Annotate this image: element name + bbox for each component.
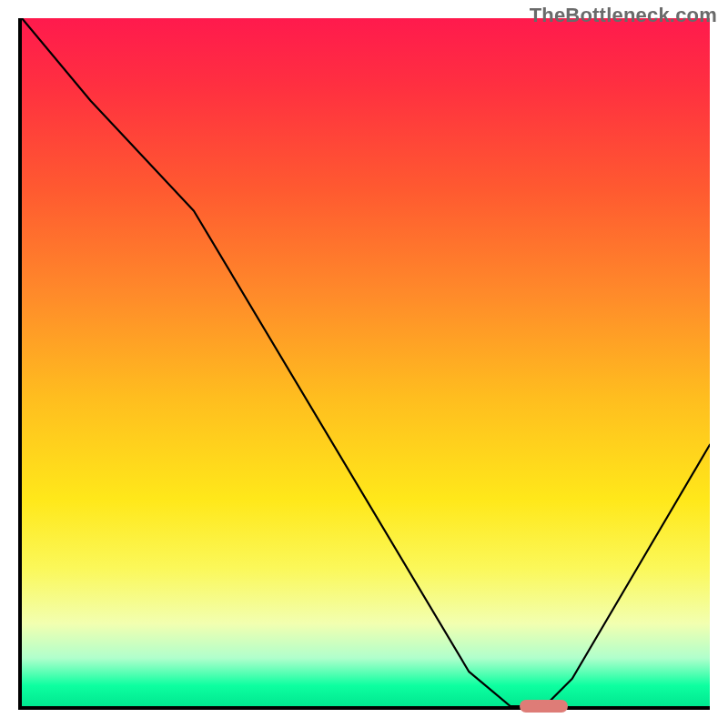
bottleneck-curve-path bbox=[22, 18, 710, 706]
chart-svg bbox=[22, 18, 710, 706]
watermark-text: TheBottleneck.com bbox=[530, 4, 717, 27]
optimal-range-marker bbox=[520, 700, 568, 713]
plot-area bbox=[18, 18, 710, 710]
